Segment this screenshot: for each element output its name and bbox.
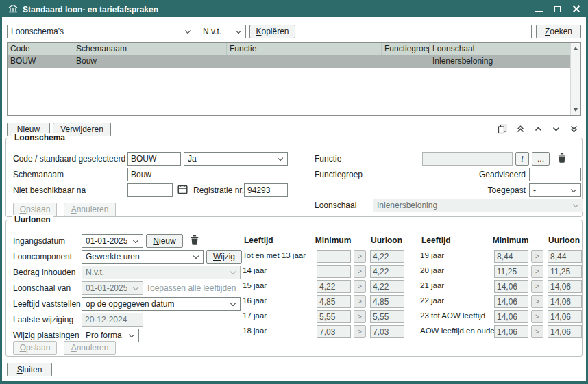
uurloon-input[interactable] xyxy=(548,265,582,278)
new-date-button[interactable]: Nieuw xyxy=(146,234,183,248)
uurloon-input[interactable] xyxy=(548,250,582,263)
age-label: 20 jaar xyxy=(420,266,444,274)
wijzig-plaatsingen-select[interactable]: Pro forma xyxy=(82,329,139,342)
minimize-button[interactable] xyxy=(535,5,543,14)
uurlonen-legend: Uurlonen xyxy=(12,215,53,225)
wijzig-button[interactable]: Wijzig xyxy=(206,250,242,264)
copy-minimum-button[interactable]: > xyxy=(354,325,366,338)
loonschaal-van-value: 01-01-2025 xyxy=(86,283,127,293)
column-header-functie[interactable]: Functie xyxy=(227,43,382,55)
loonschaal-van-select: 01-01-2025 xyxy=(82,281,143,295)
functie-browse-button[interactable]: ... xyxy=(532,152,550,166)
looncomponent-select[interactable]: Gewerkte uren xyxy=(82,250,204,264)
registratie-input[interactable] xyxy=(244,183,288,197)
ingangsdatum-select[interactable]: 01-01-2025 xyxy=(82,234,143,248)
uurloon-input[interactable] xyxy=(370,295,404,308)
niet-beschikbaar-input[interactable] xyxy=(127,183,173,197)
close-icon xyxy=(572,5,580,12)
uurloon-input[interactable] xyxy=(548,310,582,323)
age-label: 14 jaar xyxy=(243,266,267,274)
copy-minimum-button[interactable]: > xyxy=(354,265,366,278)
wage-table-header: Leeftijd Minimum Uurloon xyxy=(243,234,408,249)
move-down-button[interactable] xyxy=(550,124,562,136)
copy-minimum-button[interactable]: > xyxy=(531,250,543,263)
copy-schema-button[interactable]: Kopiëren xyxy=(249,25,295,38)
chevron-down-icon xyxy=(129,332,134,337)
wage-row: 23 tot AOW leeftijd> xyxy=(420,309,586,324)
column-header-code[interactable]: Code xyxy=(8,43,73,55)
column-header-schemanaam[interactable]: Schemanaam xyxy=(73,43,227,55)
maximize-button[interactable] xyxy=(554,5,561,14)
copy-record-button[interactable] xyxy=(496,124,509,136)
scroll-up-icon[interactable] xyxy=(574,47,578,50)
ellipsis-icon: ... xyxy=(537,154,544,164)
functie-info-button[interactable]: i xyxy=(515,152,529,166)
laatste-wijziging-input xyxy=(82,313,143,327)
minimum-input xyxy=(317,310,351,323)
column-header-loonschaal[interactable]: Loonschaal xyxy=(430,43,571,55)
copy-minimum-button[interactable]: > xyxy=(531,295,543,308)
wijzig-label: Wijzig xyxy=(213,252,235,261)
code-input[interactable] xyxy=(127,152,181,166)
leeftijd-header: Leeftijd xyxy=(421,235,451,245)
uurloon-input[interactable] xyxy=(548,295,582,308)
wage-row: 20 jaar> xyxy=(420,264,586,279)
search-input[interactable] xyxy=(463,25,532,38)
close-dialog-button[interactable]: Sluiten xyxy=(7,363,52,376)
scroll-down-icon[interactable] xyxy=(574,108,578,112)
table-header: Code Schemanaam Functie Functiegroep Loo… xyxy=(8,43,571,55)
close-button[interactable] xyxy=(572,5,580,14)
uurloon-input[interactable] xyxy=(370,310,404,323)
chevron-down-icon xyxy=(230,300,236,306)
uurloon-input[interactable] xyxy=(548,325,582,338)
uurloon-input[interactable] xyxy=(370,280,404,293)
table-cell: Inlenersbeloning xyxy=(430,55,571,68)
copy-minimum-button[interactable]: > xyxy=(354,295,366,308)
copy-minimum-button[interactable]: > xyxy=(531,310,543,323)
copy-minimum-button[interactable]: > xyxy=(354,310,366,323)
leeftijd-vaststellen-select[interactable]: op de opgegeven datum xyxy=(82,297,241,311)
minimum-input xyxy=(494,325,528,338)
filter-select[interactable]: N.v.t. xyxy=(199,25,246,38)
copy-minimum-button[interactable]: > xyxy=(531,325,543,338)
new-date-label: Nieuw xyxy=(153,236,175,246)
vertical-scrollbar[interactable] xyxy=(570,43,580,115)
uurloon-input[interactable] xyxy=(370,265,404,278)
chevron-down-icon xyxy=(230,269,236,274)
geadviseerd-input[interactable] xyxy=(529,168,581,181)
uurloon-input[interactable] xyxy=(548,280,582,293)
schema-table: Code Schemanaam Functie Functiegroep Loo… xyxy=(7,42,581,116)
leeftijd-header: Leeftijd xyxy=(244,235,273,245)
schemanaam-input[interactable] xyxy=(127,168,286,181)
date-picker-button[interactable] xyxy=(175,183,190,197)
move-bottom-button[interactable] xyxy=(567,124,580,136)
filter-value: N.v.t. xyxy=(203,27,221,36)
search-button[interactable]: Zoeken xyxy=(536,25,581,38)
copy-minimum-button[interactable]: > xyxy=(531,280,543,293)
move-top-button[interactable] xyxy=(514,124,526,136)
window-titlebar: Standaard loon- en tariefafspraken xyxy=(2,2,586,17)
toegepast-label: Toegepast xyxy=(431,183,526,197)
uurloon-input[interactable] xyxy=(370,325,404,338)
copy-minimum-button[interactable]: > xyxy=(354,250,366,263)
chevron-down-icon xyxy=(133,285,138,290)
copy-schema-label: Kopiëren xyxy=(256,27,289,36)
uurloon-input[interactable] xyxy=(370,250,404,263)
copy-minimum-button[interactable]: > xyxy=(531,265,543,278)
functiegroep-label: Functiegroep xyxy=(315,168,363,181)
copy-minimum-button[interactable]: > xyxy=(354,280,366,293)
delete-date-button[interactable] xyxy=(186,234,203,248)
standard-select[interactable]: Ja xyxy=(184,152,288,166)
minimum-input xyxy=(317,250,351,263)
save-schema-button: Opslaan xyxy=(13,203,57,216)
toegepast-select[interactable]: - xyxy=(529,183,581,197)
move-up-button[interactable] xyxy=(532,124,544,136)
column-header-functiegroep[interactable]: Functiegroep xyxy=(382,43,430,55)
maximize-icon xyxy=(554,6,561,12)
functie-delete-button[interactable] xyxy=(554,152,570,166)
toepassen-alle-leeftijden-button: Toepassen alle leeftijden xyxy=(146,281,236,295)
schema-type-select[interactable]: Loonschema's xyxy=(7,25,195,38)
table-row[interactable]: BOUWBouwInlenersbeloning xyxy=(8,55,571,68)
table-body: BOUWBouwInlenersbeloning xyxy=(8,55,580,68)
chevron-down-icon xyxy=(552,125,561,136)
